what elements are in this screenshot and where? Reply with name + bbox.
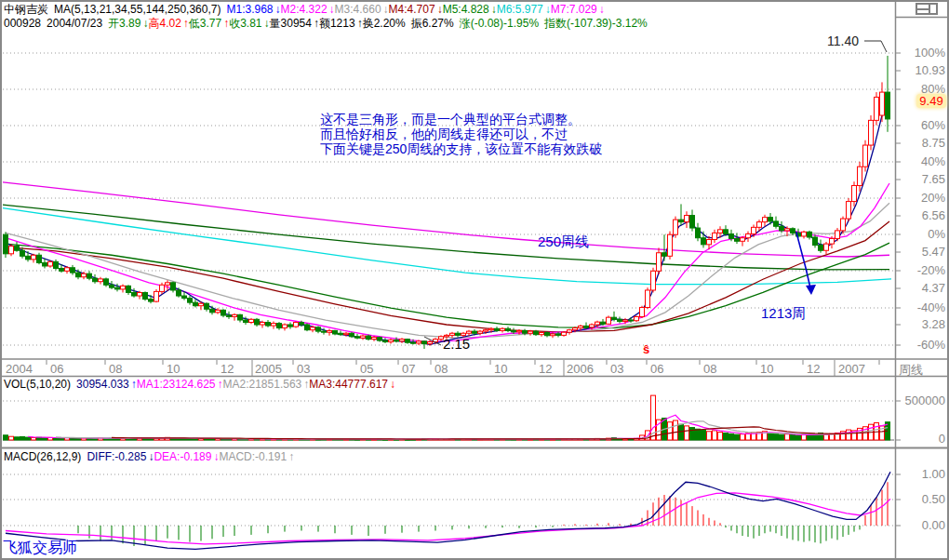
time-axis-label: 10: [494, 362, 507, 376]
ma-value: M3:4.660: [335, 3, 381, 16]
ma-value: M5:4.828: [443, 3, 489, 16]
quote-field: 振6.27%: [411, 17, 454, 30]
axis-price-label: 5.47: [922, 245, 945, 259]
trend-arrow-icon: ↑: [183, 17, 189, 30]
trend-arrow-icon: ↓: [390, 378, 395, 391]
quote-field: 量30954: [270, 17, 312, 30]
trend-arrow-icon: ↑: [131, 378, 137, 391]
trend-arrow-icon: ↓: [491, 3, 497, 16]
time-axis-label: 12: [539, 362, 552, 376]
time-axis-label: 03: [297, 362, 310, 376]
volume-indicator-row: VOL(5,10,20)30954.033↑MA1:23124.625↑MA2:…: [4, 378, 395, 391]
vol-field: VOL(5,10,20): [4, 378, 71, 391]
macd-field: DIFF:-0.285: [87, 450, 146, 463]
quote-field: 2004/07/23: [47, 17, 102, 30]
axis-percent-label: 0%: [928, 227, 945, 241]
quote-field: 换2.20%: [363, 17, 406, 30]
high-price-annotation: 11.40: [827, 33, 859, 48]
axis-volume-label: 0: [939, 432, 945, 446]
quote-field: 额1213: [319, 17, 355, 30]
axis-macd-label: 1.00: [922, 467, 945, 481]
time-axis-label: 10: [760, 362, 773, 376]
axis-percent-label: -60%: [917, 338, 945, 352]
time-axis-label: 08: [434, 362, 448, 376]
trend-arrow-icon: ↑: [218, 378, 223, 391]
trend-arrow-icon: ↓: [437, 3, 443, 16]
axis-price-label: 10.93: [915, 63, 945, 77]
note-line-1: 这不是三角形，而是一个典型的平台式调整。: [320, 112, 602, 127]
axis-macd-label: 0.50: [922, 492, 945, 506]
axis-price-label: 4.37: [922, 281, 945, 295]
window-layout-icon[interactable]: [916, 3, 938, 15]
ma-value: M2:4.322: [281, 3, 327, 16]
macd-field: DEA:-0.189: [154, 450, 211, 463]
header-quote-row: 0009282004/07/23开3.89↓高4.02↑低3.77↑收3.81↓…: [4, 16, 653, 32]
time-axis-label: 12: [807, 362, 820, 376]
quote-field: 指数(-107.39)-3.12%: [544, 17, 648, 30]
quote-field: 涨(-0.08)-1.95%: [460, 17, 539, 30]
macd-field: MACD:-0.191: [219, 450, 287, 463]
chart-canvas[interactable]: [0, 0, 949, 560]
axis-price-label: 6.56: [922, 208, 945, 222]
signal-marker: ŝ: [643, 342, 649, 356]
ma250-annotation: 250周线: [538, 233, 589, 251]
quote-field: 低3.77: [189, 17, 221, 30]
trend-arrow-icon: ↓: [545, 3, 551, 16]
app-logo: 飞狐交易师: [3, 539, 77, 558]
stock-chart-app: 中钢吉炭MA(5,13,21,34,55,144,250,360,7)M1:3.…: [0, 0, 949, 560]
time-axis-label: 08: [703, 362, 716, 376]
trend-arrow-icon: ↑: [357, 17, 363, 30]
trend-arrow-icon: ↓: [329, 3, 335, 16]
quote-field: 收3.81: [229, 17, 261, 30]
axis-price-label: 8.75: [922, 136, 945, 150]
axis-percent-label: -40%: [917, 300, 945, 314]
quote-field: 高4.02: [148, 17, 180, 30]
axis-price-label: 3.28: [922, 317, 945, 331]
axis-percent-label: 80%: [921, 82, 945, 96]
ma-value: 中钢吉炭: [4, 3, 48, 16]
time-axis-label: 05: [360, 362, 373, 376]
time-axis-label: 03: [610, 362, 623, 376]
ma-value: M6:5.977: [497, 3, 543, 16]
time-axis-label: 08: [109, 362, 122, 376]
axis-percent-label: 60%: [921, 118, 945, 132]
axis-price-label: 7.65: [922, 172, 945, 186]
vol-field: 30954.033: [76, 378, 129, 391]
low-price-annotation: 2.15: [443, 336, 470, 352]
time-axis-label: 06: [50, 362, 63, 376]
axis-percent-label: 40%: [921, 154, 945, 168]
time-axis-label: 2007: [838, 362, 865, 376]
time-axis-label: 2004: [6, 362, 33, 376]
axis-percent-label: 20%: [921, 191, 945, 205]
axis-volume-label: 500000: [905, 393, 945, 407]
vol-field: MA1:23124.625: [137, 378, 216, 391]
analyst-note: 这不是三角形，而是一个典型的平台式调整。 而且恰好相反，他的周线走得还可以，不过…: [320, 112, 602, 156]
note-line-3: 下面关键是250周线的支持，该位置不能有效跌破: [320, 141, 602, 156]
vol-field: MA3:44777.617: [309, 378, 388, 391]
ma-value: M1:3.968: [226, 3, 273, 16]
time-axis-label: 06: [650, 362, 663, 376]
trend-arrow-icon: ↓: [264, 17, 270, 30]
current-price-tag: 9.49: [916, 94, 946, 108]
time-axis-label: 2006: [567, 362, 594, 376]
macd-field: MACD(26,12,9): [4, 450, 81, 463]
ma-value: M7:7.029: [551, 3, 597, 16]
trend-arrow-icon: ↓: [383, 3, 389, 16]
wk1213-annotation: 1213周: [761, 305, 806, 323]
time-axis-label: 10: [167, 362, 180, 376]
macd-indicator-row: MACD(26,12,9)DIFF:-0.285↓DEA:-0.189↓MACD…: [4, 450, 294, 463]
time-axis-label: 12: [221, 362, 234, 376]
vol-field: MA2:21851.563: [223, 378, 302, 391]
trend-arrow-icon: ↓: [275, 3, 281, 16]
axis-macd-label: 0.00: [922, 518, 945, 532]
ma-value: MA(5,13,21,34,55,144,250,360,7): [54, 3, 221, 16]
trend-arrow-icon: ↑: [288, 450, 294, 463]
ma-value: M4:4.707: [389, 3, 435, 16]
note-line-2: 而且恰好相反，他的周线走得还可以，不过: [320, 127, 602, 141]
quote-field: 开3.89: [108, 17, 140, 30]
quote-field: 000928: [4, 17, 41, 30]
period-label[interactable]: 周线: [899, 362, 923, 379]
axis-percent-label: 100%: [915, 46, 945, 60]
time-axis-label: 07: [402, 362, 415, 376]
trend-arrow-icon: ↓: [599, 3, 605, 16]
